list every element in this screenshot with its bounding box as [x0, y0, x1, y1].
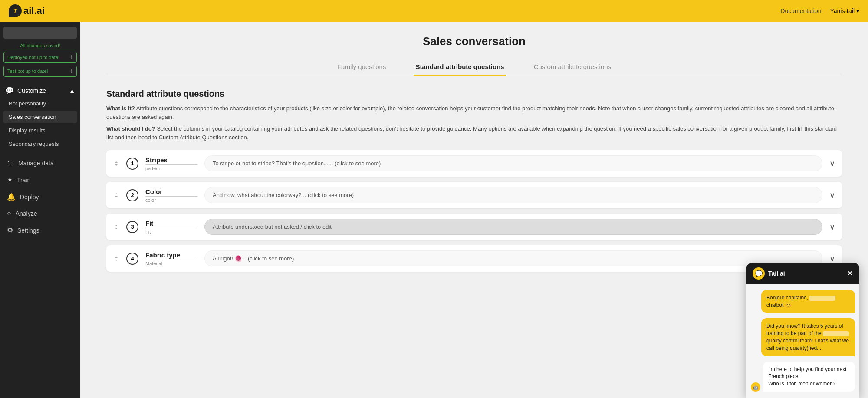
chat-widget: 💬 Tail.ai ✕ Bonjour capitaine, chatbot 😊…: [746, 263, 859, 398]
brand-name: ail.ai: [23, 5, 45, 16]
deployed-bot-button[interactable]: Deployed bot up to date! ℹ: [3, 52, 77, 63]
attr-num-2: 2: [126, 189, 138, 201]
sidebar-nav-manage-data[interactable]: 🗂Manage data: [3, 155, 77, 171]
attr-label-2: Color color: [145, 188, 197, 203]
settings-icon: ⚙: [7, 226, 13, 234]
nav-label: Settings: [17, 227, 39, 234]
attr-question-2[interactable]: And now, what about the colorway?... (cl…: [204, 187, 822, 203]
chat-bot-message-3: I'm here to help you find your next Fren…: [763, 362, 855, 392]
chat-close-button[interactable]: ✕: [847, 269, 853, 278]
sidebar-nav-settings[interactable]: ⚙Settings: [3, 222, 77, 238]
logo-icon: T: [9, 4, 22, 17]
chat-message-3-row: 🤖 I'm here to help you find your next Fr…: [751, 362, 855, 392]
tab-standard-attribute-questions[interactable]: Standard attribute questions: [414, 59, 506, 76]
chevron-down-icon: ▾: [856, 7, 859, 14]
attr-num-3: 3: [126, 221, 138, 233]
drag-handle-3[interactable]: [113, 224, 119, 230]
chat-header: 💬 Tail.ai ✕: [746, 263, 859, 284]
attr-expand-2[interactable]: ∨: [829, 191, 835, 200]
sidebar-nav-list: 🗂Manage data✦Train🔔Deploy○Analyze⚙Settin…: [3, 155, 77, 239]
attr-question-4[interactable]: All right! 🧶... (click to see more): [204, 250, 822, 266]
drag-handle-1[interactable]: [113, 161, 119, 167]
what-is-it-label: What is it?: [106, 105, 135, 112]
what-should-i-do-desc: Select the columns in your catalog conta…: [106, 125, 837, 141]
drag-handle-4[interactable]: [113, 256, 119, 262]
bot-avatar: 🤖: [751, 382, 760, 392]
what-should-i-do-label: What should I do?: [106, 125, 155, 132]
attr-question-1[interactable]: To stripe or not to stripe? That's the q…: [204, 155, 822, 171]
nav-label: Deploy: [20, 194, 39, 201]
sidebar-nav-analyze[interactable]: ○Analyze: [3, 206, 77, 221]
search-input[interactable]: [3, 27, 77, 39]
logo: T ail.ai: [9, 4, 45, 17]
analyze-icon: ○: [7, 210, 11, 217]
attr-question-3[interactable]: Attribute understood but not asked / cli…: [204, 219, 822, 235]
info-icon-2: ℹ: [71, 68, 73, 74]
user-menu[interactable]: Yanis-tail ▾: [830, 7, 859, 14]
chat-title: Tail.ai: [768, 270, 785, 277]
attr-label-4: Fabric type Material: [145, 251, 197, 266]
nav-label: Manage data: [18, 160, 54, 167]
attr-num-1: 1: [126, 158, 138, 170]
attr-expand-4[interactable]: ∨: [829, 254, 835, 263]
attribute-row-3: 3 Fit Fit Attribute understood but not a…: [106, 214, 842, 240]
attribute-row-1: 1 Stripes pattern To stripe or not to st…: [106, 150, 842, 177]
documentation-link[interactable]: Documentation: [780, 7, 821, 14]
top-nav: T ail.ai Documentation Yanis-tail ▾: [0, 0, 868, 22]
attr-expand-1[interactable]: ∨: [829, 159, 835, 168]
chat-icon: 💬: [5, 86, 14, 95]
manage data-icon: 🗂: [7, 159, 14, 167]
chat-header-left: 💬 Tail.ai: [753, 267, 785, 280]
page-title: Sales conversation: [106, 35, 842, 48]
top-nav-right: Documentation Yanis-tail ▾: [780, 7, 859, 14]
sidebar-nav-train[interactable]: ✦Train: [3, 172, 77, 188]
sidebar-items-list: Bot personalitySales conversationDisplay…: [3, 97, 77, 150]
tabs: Family questions Standard attribute ques…: [106, 59, 842, 76]
customize-header[interactable]: 💬 Customize ▲: [3, 84, 77, 97]
info-icon: ℹ: [71, 54, 73, 60]
sidebar-item-bot-personality[interactable]: Bot personality: [3, 97, 77, 110]
attr-expand-3[interactable]: ∨: [829, 222, 835, 232]
train-icon: ✦: [7, 176, 13, 184]
main-layout: All changes saved! Deployed bot up to da…: [0, 22, 868, 398]
section-description: What is it? Attribute questions correspo…: [106, 104, 842, 141]
sidebar: All changes saved! Deployed bot up to da…: [0, 22, 80, 398]
tab-family-questions[interactable]: Family questions: [335, 59, 388, 76]
drag-handle-2[interactable]: [113, 192, 119, 198]
test-bot-button[interactable]: Test bot up to date! ℹ: [3, 66, 77, 77]
chat-message-2: Did you know? It takes 5 years of traini…: [761, 318, 855, 356]
nav-label: Train: [17, 177, 30, 184]
sidebar-nav-deploy[interactable]: 🔔Deploy: [3, 189, 77, 205]
what-is-it-desc: Attribute questions correspond to the ch…: [106, 105, 834, 120]
attribute-row-2: 2 Color color And now, what about the co…: [106, 182, 842, 208]
sidebar-item-sales-conversation[interactable]: Sales conversation: [3, 111, 77, 123]
nav-label: Analyze: [16, 210, 37, 217]
attr-label-3: Fit Fit: [145, 220, 197, 234]
sidebar-item-secondary-requests[interactable]: Secondary requests: [3, 138, 77, 150]
chat-body: Bonjour capitaine, chatbot 😊 Did you kno…: [746, 284, 859, 398]
standard-attr-section: Standard attribute questions What is it?…: [106, 89, 842, 272]
attr-label-1: Stripes pattern: [145, 156, 197, 171]
attribute-row-4: 4 Fabric type Material All right! 🧶... (…: [106, 245, 842, 272]
user-name: Yanis-tail: [830, 7, 855, 14]
tab-custom-attribute-questions[interactable]: Custom attribute questions: [532, 59, 613, 76]
attribute-rows: 1 Stripes pattern To stripe or not to st…: [106, 150, 842, 272]
chat-avatar: 💬: [753, 267, 765, 280]
customize-section: 💬 Customize ▲ Bot personalitySales conve…: [3, 84, 77, 151]
save-status: All changes saved!: [3, 43, 77, 48]
chat-message-1: Bonjour capitaine, chatbot 😊: [761, 290, 855, 313]
collapse-icon: ▲: [69, 87, 75, 94]
customize-label: Customize: [17, 87, 46, 94]
sidebar-item-display-results[interactable]: Display results: [3, 124, 77, 137]
section-title: Standard attribute questions: [106, 89, 842, 99]
deploy-icon: 🔔: [7, 193, 16, 201]
attr-num-4: 4: [126, 253, 138, 265]
